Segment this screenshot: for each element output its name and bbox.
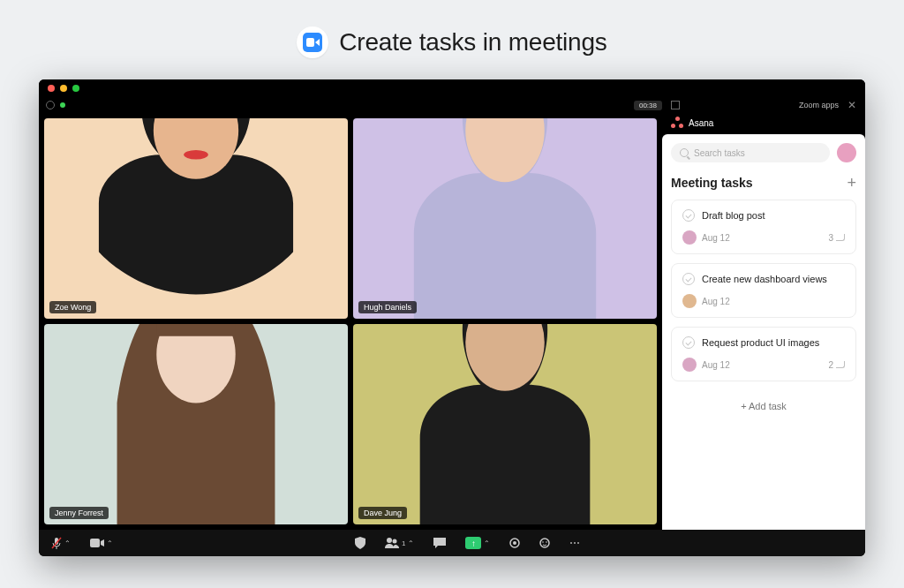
more-button[interactable]: ⋯	[569, 537, 580, 549]
reactions-button[interactable]	[539, 538, 550, 548]
add-task-button[interactable]: + Add task	[671, 390, 856, 422]
close-panel-button[interactable]: ✕	[848, 99, 856, 111]
task-card[interactable]: Request product UI images Aug 12 2	[671, 327, 856, 381]
complete-task-icon[interactable]	[682, 273, 695, 285]
search-icon	[680, 148, 689, 157]
zoom-window: 00:38 Zoom apps ✕ Zoe Wong	[39, 79, 865, 556]
participant-name: Hugh Daniels	[358, 301, 417, 313]
participants-button[interactable]: 1 ⌃	[385, 538, 414, 548]
participant-silhouette	[44, 324, 348, 524]
participant-tile[interactable]: Zoe Wong	[44, 118, 348, 319]
fullscreen-icon[interactable]	[671, 101, 680, 109]
participant-name: Zoe Wong	[49, 301, 96, 313]
meeting-top-bar: 00:38 Zoom apps ✕	[39, 97, 865, 113]
assignee-avatar[interactable]	[682, 294, 697, 308]
zoom-apps-label: Zoom apps	[799, 101, 839, 109]
assignee-avatar[interactable]	[682, 230, 697, 245]
complete-task-icon[interactable]	[682, 209, 695, 222]
svg-point-1	[184, 150, 208, 159]
task-date: Aug 12	[702, 360, 730, 370]
security-button[interactable]	[355, 537, 365, 549]
search-placeholder: Search tasks	[694, 148, 745, 158]
video-grid: Zoe Wong Hugh Daniels	[39, 113, 662, 530]
task-date: Aug 12	[702, 297, 730, 306]
chat-button[interactable]	[433, 538, 446, 548]
participants-count: 1	[402, 539, 405, 547]
asana-panel: Search tasks Meeting tasks + Draft blog …	[662, 134, 865, 530]
task-card[interactable]: Create new dashboard views Aug 12	[671, 263, 856, 318]
share-screen-button[interactable]: ↑ ⌃	[465, 537, 490, 549]
mute-button[interactable]: ⌃	[51, 537, 71, 549]
participant-silhouette	[353, 118, 657, 319]
task-date: Aug 12	[702, 233, 730, 243]
subtask-count: 3	[828, 233, 845, 243]
subtask-icon	[836, 234, 845, 241]
svg-rect-7	[90, 539, 100, 547]
task-card[interactable]: Draft blog post Aug 12 3	[671, 200, 856, 254]
video-button[interactable]: ⌃	[90, 539, 113, 547]
participant-tile[interactable]: Dave Jung	[353, 324, 657, 524]
task-title: Create new dashboard views	[702, 274, 827, 284]
svg-point-9	[393, 539, 397, 544]
section-title: Meeting tasks	[671, 176, 753, 190]
participant-name: Dave Jung	[358, 507, 407, 519]
meeting-toolbar: ⌃ ⌃ 1 ⌃ ↑ ⌃	[39, 530, 865, 556]
participant-silhouette	[353, 324, 657, 524]
meeting-timer: 00:38	[634, 101, 662, 110]
assignee-avatar[interactable]	[682, 358, 697, 372]
apps-sidebar: Asana Search tasks Meeting tasks +	[662, 113, 865, 530]
info-icon[interactable]	[46, 101, 55, 109]
task-title: Request product UI images	[702, 337, 819, 348]
recording-indicator-icon	[60, 102, 65, 108]
title-bar	[39, 79, 865, 97]
sidebar-brand: Asana	[689, 118, 713, 128]
search-input[interactable]: Search tasks	[671, 143, 830, 162]
svg-point-2	[465, 118, 544, 182]
close-window-button[interactable]	[48, 85, 55, 92]
zoom-icon	[297, 26, 328, 58]
participant-name: Jenny Forrest	[49, 507, 109, 519]
participant-silhouette	[44, 118, 348, 319]
subtask-icon	[836, 361, 845, 368]
subtask-count: 2	[828, 360, 845, 370]
page-header: Create tasks in meetings	[0, 0, 904, 79]
minimize-window-button[interactable]	[60, 85, 67, 92]
maximize-window-button[interactable]	[72, 85, 79, 92]
task-title: Draft blog post	[702, 210, 765, 221]
participant-tile[interactable]: Hugh Daniels	[353, 118, 657, 319]
complete-task-icon[interactable]	[682, 336, 695, 349]
asana-logo-icon	[671, 117, 683, 129]
page-title: Create tasks in meetings	[339, 28, 606, 57]
user-avatar[interactable]	[837, 143, 856, 162]
svg-point-8	[387, 538, 392, 543]
svg-point-11	[513, 541, 516, 545]
add-section-button[interactable]: +	[847, 175, 856, 191]
svg-point-13	[543, 541, 545, 543]
sidebar-header: Asana	[662, 113, 865, 134]
record-button[interactable]	[509, 538, 520, 548]
participant-tile[interactable]: Jenny Forrest	[44, 324, 348, 524]
svg-point-14	[546, 541, 548, 543]
